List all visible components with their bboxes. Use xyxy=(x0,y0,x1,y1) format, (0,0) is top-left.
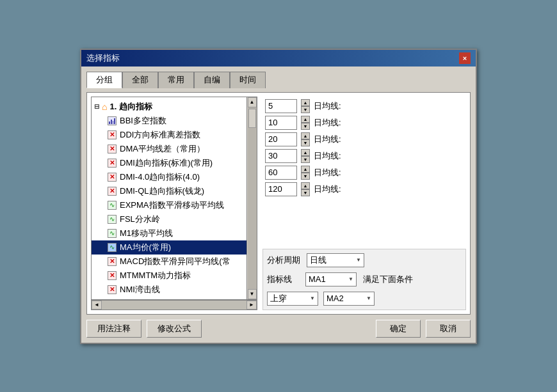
item-icon-nmi: ✕ xyxy=(107,285,117,295)
tree-item-label-dma: DMA平均线差（常用） xyxy=(120,143,205,155)
param-input-5[interactable] xyxy=(265,182,297,196)
tree-item-bbi[interactable]: BBI多空指数 xyxy=(92,114,257,128)
tree-item-nmi[interactable]: ✕ NMI湾击线 xyxy=(92,283,257,297)
dialog-title: 选择指标 xyxy=(86,52,120,64)
scroll-thumb[interactable] xyxy=(248,109,256,128)
item-icon-expma: ∿ xyxy=(107,200,117,210)
param-spin-5: ▲ ▼ xyxy=(301,182,310,196)
param-spin-up-5[interactable]: ▲ xyxy=(301,182,310,189)
tree-inner[interactable]: ⊟ ⌂ 1. 趋向指标 xyxy=(92,97,257,299)
param-spin-3: ▲ ▼ xyxy=(301,149,310,163)
param-label-0: 日均线: xyxy=(314,100,341,112)
tab-common[interactable]: 常用 xyxy=(158,72,194,88)
indicator-line-value: MA1 xyxy=(309,274,326,284)
content-area: ⊟ ⌂ 1. 趋向指标 xyxy=(86,92,471,315)
param-label-3: 日均线: xyxy=(314,150,341,162)
settings-area: 分析周期 日线 ▼ 指标线 MA1 ▼ 满足下面条件 xyxy=(262,249,466,310)
tree-item-m1[interactable]: ∿ M1移动平均线 xyxy=(92,226,257,240)
cross-value-select[interactable]: MA2 ▼ xyxy=(323,292,375,306)
spacer xyxy=(262,203,466,245)
param-spin-2: ▲ ▼ xyxy=(301,132,310,146)
item-icon-dmi4: ✕ xyxy=(107,172,117,182)
item-icon-macd: ✕ xyxy=(107,256,117,267)
tree-item-dmi-ql[interactable]: ✕ DMI-QL趋向指标(钱龙) xyxy=(92,184,257,198)
close-button[interactable]: × xyxy=(459,52,471,64)
bottom-bar: 用法注释 修改公式 确定 取消 xyxy=(86,315,471,338)
param-input-0[interactable] xyxy=(265,99,297,113)
param-row-2: ▲ ▼ 日均线: xyxy=(265,132,464,146)
param-spin-up-4[interactable]: ▲ xyxy=(301,166,310,173)
item-icon-dmi-std: ✕ xyxy=(107,158,117,168)
tree-item-label-nmi: NMI湾击线 xyxy=(120,284,160,295)
tree-item-expma[interactable]: ∿ EXPMA指数平滑移动平均线 xyxy=(92,198,257,212)
param-spin-down-4[interactable]: ▼ xyxy=(301,173,310,180)
param-spin-down-5[interactable]: ▼ xyxy=(301,189,310,196)
period-value: 日线 xyxy=(310,255,327,266)
param-row-0: ▲ ▼ 日均线: xyxy=(265,99,464,113)
param-spin-down-1[interactable]: ▼ xyxy=(301,123,310,130)
param-spin-down-0[interactable]: ▼ xyxy=(301,106,310,113)
cancel-button[interactable]: 取消 xyxy=(426,320,471,338)
bottom-left: 用法注释 修改公式 xyxy=(86,320,202,338)
left-panel: ⊟ ⌂ 1. 趋向指标 xyxy=(91,97,257,310)
param-spin-up-1[interactable]: ▲ xyxy=(301,116,310,123)
tree-item-mtm[interactable]: ✕ MTMMTM动力指标 xyxy=(92,269,257,283)
bottom-right: 确定 取消 xyxy=(376,320,471,338)
tree-item-label-ma: MA均价(常用) xyxy=(120,242,171,253)
vertical-scrollbar[interactable]: ▲ ▼ xyxy=(246,97,257,299)
params-section: ▲ ▼ 日均线: ▲ ▼ 日均线: xyxy=(262,97,466,199)
param-spin-up-3[interactable]: ▲ xyxy=(301,149,310,156)
param-spin-down-3[interactable]: ▼ xyxy=(301,156,310,163)
tree-item-dma[interactable]: ✕ DMA平均线差（常用） xyxy=(92,142,257,156)
tree-item-ddi[interactable]: ✕ DDI方向标准离差指数 xyxy=(92,128,257,142)
indicator-line-arrow: ▼ xyxy=(348,276,353,282)
indicator-line-select[interactable]: MA1 ▼ xyxy=(305,272,357,286)
cross-value-arrow: ▼ xyxy=(366,295,371,301)
tree-item-label-macd: MACD指数平滑异同平均线(常 xyxy=(120,256,230,267)
param-spin-1: ▲ ▼ xyxy=(301,116,310,130)
confirm-button[interactable]: 确定 xyxy=(376,320,421,338)
tree-item-label-dmi4: DMI-4.0趋向指标(4.0) xyxy=(120,171,200,183)
item-icon-ma: ∿ xyxy=(107,242,117,253)
cross-select[interactable]: 上穿 ▼ xyxy=(267,292,318,306)
param-spin-down-2[interactable]: ▼ xyxy=(301,139,310,146)
hscroll-right-button[interactable]: ► xyxy=(246,301,257,310)
param-label-4: 日均线: xyxy=(314,167,341,178)
indicator-line-label: 指标线 xyxy=(267,274,299,285)
tree-item-ma[interactable]: ∿ MA均价(常用) xyxy=(92,240,257,255)
tab-group[interactable]: 分组 xyxy=(86,72,122,88)
param-row-1: ▲ ▼ 日均线: xyxy=(265,116,464,130)
tree-root[interactable]: ⊟ ⌂ 1. 趋向指标 xyxy=(92,100,257,114)
usage-notes-button[interactable]: 用法注释 xyxy=(86,320,141,338)
scroll-up-button[interactable]: ▲ xyxy=(248,97,257,107)
param-row-4: ▲ ▼ 日均线: xyxy=(265,166,464,180)
param-input-3[interactable] xyxy=(265,149,297,163)
param-input-1[interactable] xyxy=(265,116,297,130)
tree-item-label-expma: EXPMA指数平滑移动平均线 xyxy=(120,200,224,211)
hscroll-left-button[interactable]: ◄ xyxy=(92,301,102,310)
scroll-down-button[interactable]: ▼ xyxy=(248,289,257,299)
horizontal-scrollbar[interactable]: ◄ ► xyxy=(91,300,257,310)
tree-item-fsl[interactable]: ∿ FSL分水岭 xyxy=(92,212,257,226)
period-label: 分析周期 xyxy=(267,255,300,266)
param-input-2[interactable] xyxy=(265,132,297,146)
indicator-line-row: 指标线 MA1 ▼ 满足下面条件 xyxy=(267,272,462,286)
param-spin-up-0[interactable]: ▲ xyxy=(301,99,310,106)
tree-item-dmi4[interactable]: ✕ DMI-4.0趋向指标(4.0) xyxy=(92,170,257,184)
collapse-icon: ⊟ xyxy=(94,103,99,110)
tab-custom[interactable]: 自编 xyxy=(194,72,230,88)
tree-root-label: 1. 趋向指标 xyxy=(109,101,152,113)
period-select[interactable]: 日线 ▼ xyxy=(307,253,364,267)
item-icon-bbi xyxy=(107,116,117,126)
tab-time[interactable]: 时间 xyxy=(230,72,266,88)
tree-item-macd[interactable]: ✕ MACD指数平滑异同平均线(常 xyxy=(92,255,257,269)
param-input-4[interactable] xyxy=(265,166,297,180)
item-icon-ddi: ✕ xyxy=(107,130,117,140)
param-spin-up-2[interactable]: ▲ xyxy=(301,132,310,139)
tree-item-dmi-std[interactable]: ✕ DMI趋向指标(标准)(常用) xyxy=(92,156,257,170)
item-icon-dma: ✕ xyxy=(107,144,117,154)
tab-all[interactable]: 全部 xyxy=(122,72,158,88)
edit-formula-button[interactable]: 修改公式 xyxy=(147,320,202,338)
tree-item-label-mtm: MTMMTM动力指标 xyxy=(120,270,191,281)
cross-value: MA2 xyxy=(327,294,344,303)
